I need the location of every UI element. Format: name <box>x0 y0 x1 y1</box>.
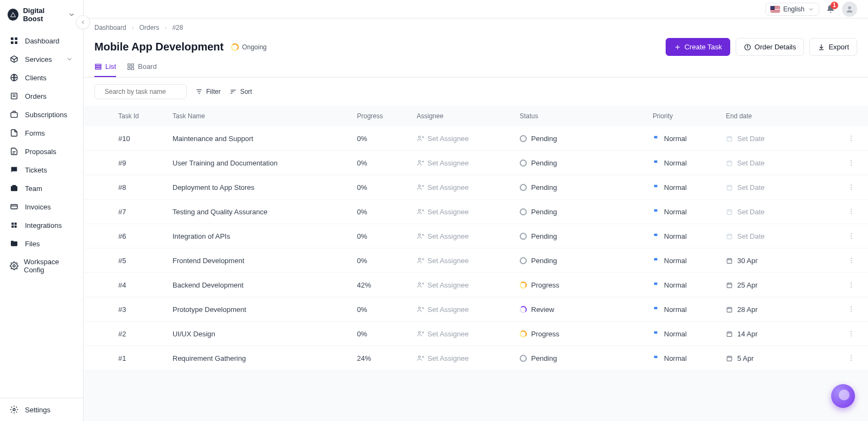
status-icon <box>520 135 527 142</box>
table-row[interactable]: #1Requirement Gathering24%Set AssigneePe… <box>84 346 868 371</box>
end-date-cell[interactable]: 5 Apr <box>726 354 813 362</box>
set-assignee-button[interactable]: Set Assignee <box>417 159 520 167</box>
table-row[interactable]: #9User Training and Documentation0%Set A… <box>84 151 868 175</box>
workspace-switcher[interactable]: Digital Boost <box>0 0 83 27</box>
sidebar-item-team[interactable]: Team <box>0 179 83 197</box>
sidebar-item-proposals[interactable]: Proposals <box>0 142 83 161</box>
priority-cell[interactable]: Normal <box>653 281 726 289</box>
status-cell[interactable]: Pending <box>520 232 653 240</box>
priority-cell[interactable]: Normal <box>653 183 726 192</box>
row-more-button[interactable] <box>845 132 857 144</box>
row-more-button[interactable] <box>845 181 857 193</box>
set-assignee-button[interactable]: Set Assignee <box>417 135 520 143</box>
end-date-cell[interactable]: 28 Apr <box>726 305 813 314</box>
priority-cell[interactable]: Normal <box>653 208 726 216</box>
language-switcher[interactable]: English <box>765 3 819 16</box>
breadcrumb-orders[interactable]: Orders <box>139 24 159 31</box>
row-more-button[interactable] <box>845 352 857 364</box>
priority-cell[interactable]: Normal <box>653 135 726 143</box>
sidebar-item-settings[interactable]: Settings <box>0 398 83 421</box>
user-avatar[interactable] <box>842 2 857 17</box>
create-task-button[interactable]: Create Task <box>666 38 730 56</box>
status-cell[interactable]: Pending <box>520 183 653 192</box>
status-cell[interactable]: Pending <box>520 354 653 362</box>
table-row[interactable]: #2UI/UX Design0%Set AssigneeProgressNorm… <box>84 322 868 346</box>
end-date-cell[interactable]: Set Date <box>726 208 813 216</box>
table-row[interactable]: #10Maintenance and Support0%Set Assignee… <box>84 126 868 151</box>
tab-board[interactable]: Board <box>127 62 157 77</box>
table-row[interactable]: #8Deployment to App Stores0%Set Assignee… <box>84 175 868 200</box>
search-input[interactable] <box>105 88 186 95</box>
set-assignee-button[interactable]: Set Assignee <box>417 183 520 192</box>
end-date-cell[interactable]: 14 Apr <box>726 330 813 338</box>
status-cell[interactable]: Pending <box>520 135 653 143</box>
priority-cell[interactable]: Normal <box>653 354 726 362</box>
th-id[interactable]: Task Id <box>118 112 173 120</box>
filter-button[interactable]: Filter <box>195 88 221 95</box>
set-assignee-button[interactable]: Set Assignee <box>417 330 520 338</box>
set-assignee-button[interactable]: Set Assignee <box>417 208 520 216</box>
th-assignee[interactable]: Assignee <box>417 112 520 120</box>
set-assignee-button[interactable]: Set Assignee <box>417 257 520 265</box>
status-cell[interactable]: Pending <box>520 257 653 265</box>
set-assignee-button[interactable]: Set Assignee <box>417 305 520 314</box>
sidebar-item-workspace-config[interactable]: Workspace Config <box>0 253 83 279</box>
table-row[interactable]: #5Frontend Development0%Set AssigneePend… <box>84 248 868 273</box>
th-name[interactable]: Task Name <box>173 112 357 120</box>
set-assignee-button[interactable]: Set Assignee <box>417 281 520 289</box>
sidebar-item-orders[interactable]: Orders <box>0 87 83 105</box>
end-date-cell[interactable]: 30 Apr <box>726 257 813 265</box>
row-more-button[interactable] <box>845 206 857 218</box>
sidebar-collapse-button[interactable] <box>76 15 90 29</box>
th-status[interactable]: Status <box>520 112 653 120</box>
export-button[interactable]: Export <box>809 38 857 56</box>
tab-list[interactable]: List <box>94 62 116 77</box>
row-more-button[interactable] <box>845 328 857 340</box>
sidebar-item-integrations[interactable]: Integrations <box>0 216 83 234</box>
priority-cell[interactable]: Normal <box>653 257 726 265</box>
row-more-button[interactable] <box>845 157 857 169</box>
table-row[interactable]: #4Backend Development42%Set AssigneeProg… <box>84 273 868 297</box>
row-more-button[interactable] <box>845 279 857 291</box>
set-assignee-button[interactable]: Set Assignee <box>417 354 520 362</box>
order-details-button[interactable]: Order Details <box>736 38 805 56</box>
breadcrumb-dashboard[interactable]: Dashboard <box>94 24 126 31</box>
status-cell[interactable]: Review <box>520 305 653 314</box>
status-cell[interactable]: Progress <box>520 330 653 338</box>
row-more-button[interactable] <box>845 230 857 242</box>
th-progress[interactable]: Progress <box>357 112 417 120</box>
sidebar-item-forms[interactable]: Forms <box>0 124 83 142</box>
sidebar-item-clients[interactable]: Clients <box>0 68 83 87</box>
th-priority[interactable]: Priority <box>653 112 726 120</box>
sidebar-item-invoices[interactable]: Invoices <box>0 197 83 216</box>
end-date-cell[interactable]: Set Date <box>726 159 813 167</box>
row-more-button[interactable] <box>845 254 857 266</box>
sidebar-item-subscriptions[interactable]: Subscriptions <box>0 105 83 124</box>
row-more-button[interactable] <box>845 303 857 315</box>
table-row[interactable]: #3Prototype Development0%Set AssigneeRev… <box>84 297 868 322</box>
sidebar-item-tickets[interactable]: Tickets <box>0 161 83 179</box>
notifications-button[interactable]: 1 <box>826 4 835 14</box>
table-row[interactable]: #7Testing and Quality Assurance0%Set Ass… <box>84 200 868 224</box>
set-assignee-button[interactable]: Set Assignee <box>417 232 520 240</box>
sidebar-item-files[interactable]: Files <box>0 234 83 253</box>
table-row[interactable]: #6Integration of APIs0%Set AssigneePendi… <box>84 224 868 248</box>
end-date-cell[interactable]: Set Date <box>726 183 813 192</box>
th-end[interactable]: End date <box>726 112 813 120</box>
end-date-cell[interactable]: Set Date <box>726 135 813 143</box>
sidebar-item-dashboard[interactable]: Dashboard <box>0 31 83 50</box>
status-cell[interactable]: Progress <box>520 281 653 289</box>
svg-point-133 <box>419 356 421 358</box>
help-fab[interactable] <box>831 384 855 408</box>
sidebar-item-services[interactable]: Services <box>0 50 83 68</box>
end-date-cell[interactable]: 25 Apr <box>726 281 813 289</box>
end-date-cell[interactable]: Set Date <box>726 232 813 240</box>
priority-cell[interactable]: Normal <box>653 232 726 240</box>
priority-cell[interactable]: Normal <box>653 330 726 338</box>
priority-cell[interactable]: Normal <box>653 305 726 314</box>
sort-button[interactable]: Sort <box>229 88 252 95</box>
status-cell[interactable]: Pending <box>520 208 653 216</box>
priority-cell[interactable]: Normal <box>653 159 726 167</box>
svg-rect-3 <box>15 41 17 44</box>
status-cell[interactable]: Pending <box>520 159 653 167</box>
